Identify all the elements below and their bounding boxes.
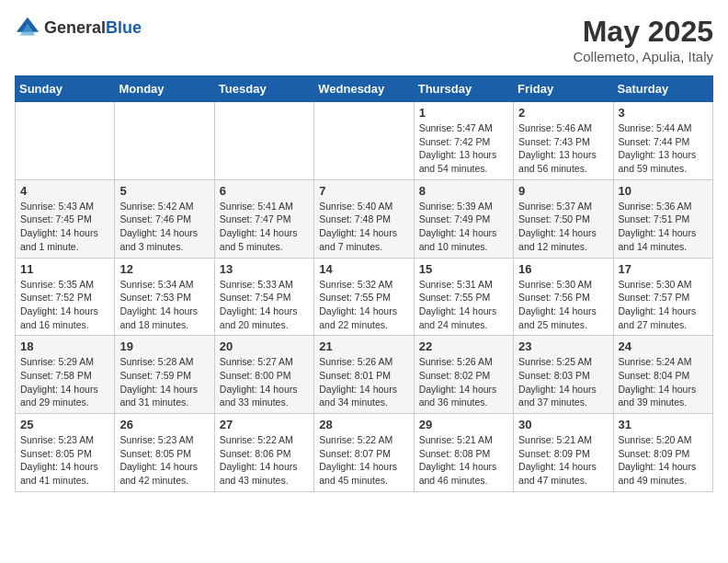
calendar-cell: 15Sunrise: 5:31 AM Sunset: 7:55 PM Dayli… [414, 258, 513, 336]
day-info: Sunrise: 5:31 AM Sunset: 7:55 PM Dayligh… [419, 278, 508, 332]
day-info: Sunrise: 5:21 AM Sunset: 8:09 PM Dayligh… [518, 433, 608, 488]
calendar-cell: 21Sunrise: 5:26 AM Sunset: 8:01 PM Dayli… [314, 336, 414, 414]
calendar-cell: 8Sunrise: 5:39 AM Sunset: 7:49 PM Daylig… [414, 179, 513, 258]
weekday-header-saturday: Saturday [613, 76, 712, 102]
calendar-cell [314, 102, 414, 180]
calendar-cell: 2Sunrise: 5:46 AM Sunset: 7:43 PM Daylig… [514, 102, 613, 180]
day-number: 17 [619, 262, 708, 276]
calendar-table: SundayMondayTuesdayWednesdayThursdayFrid… [15, 75, 713, 492]
day-number: 8 [419, 184, 508, 198]
day-info: Sunrise: 5:26 AM Sunset: 8:02 PM Dayligh… [419, 355, 508, 409]
logo: GeneralBlue [15, 15, 142, 40]
day-info: Sunrise: 5:37 AM Sunset: 7:50 PM Dayligh… [518, 200, 608, 254]
calendar-cell [16, 102, 115, 180]
calendar-week-4: 18Sunrise: 5:29 AM Sunset: 7:58 PM Dayli… [16, 336, 713, 414]
day-info: Sunrise: 5:46 AM Sunset: 7:43 PM Dayligh… [518, 121, 608, 176]
calendar-cell: 5Sunrise: 5:42 AM Sunset: 7:46 PM Daylig… [115, 179, 214, 258]
weekday-header-sunday: Sunday [16, 76, 115, 102]
calendar-cell: 1Sunrise: 5:47 AM Sunset: 7:42 PM Daylig… [414, 102, 513, 180]
day-info: Sunrise: 5:41 AM Sunset: 7:47 PM Dayligh… [220, 200, 309, 254]
logo-text-general: General [44, 18, 106, 37]
day-number: 26 [119, 418, 209, 431]
calendar-cell: 22Sunrise: 5:26 AM Sunset: 8:02 PM Dayli… [414, 336, 513, 414]
day-info: Sunrise: 5:21 AM Sunset: 8:08 PM Dayligh… [419, 433, 508, 488]
calendar-week-2: 4Sunrise: 5:43 AM Sunset: 7:45 PM Daylig… [16, 179, 713, 258]
day-number: 24 [619, 339, 708, 353]
weekday-header-monday: Monday [115, 76, 214, 102]
day-number: 3 [619, 106, 708, 120]
day-info: Sunrise: 5:42 AM Sunset: 7:46 PM Dayligh… [119, 200, 209, 254]
calendar-week-5: 25Sunrise: 5:23 AM Sunset: 8:05 PM Dayli… [16, 414, 713, 492]
title-block: May 2025 Collemeto, Apulia, Italy [573, 15, 713, 64]
day-info: Sunrise: 5:43 AM Sunset: 7:45 PM Dayligh… [20, 200, 109, 254]
day-number: 13 [220, 262, 309, 276]
weekday-header-thursday: Thursday [414, 76, 513, 102]
day-number: 25 [20, 418, 109, 431]
day-info: Sunrise: 5:36 AM Sunset: 7:51 PM Dayligh… [619, 200, 708, 254]
day-info: Sunrise: 5:20 AM Sunset: 8:09 PM Dayligh… [619, 433, 708, 488]
day-info: Sunrise: 5:23 AM Sunset: 8:05 PM Dayligh… [20, 433, 109, 488]
day-number: 28 [319, 418, 408, 431]
calendar-cell: 12Sunrise: 5:34 AM Sunset: 7:53 PM Dayli… [115, 258, 214, 336]
calendar-cell: 13Sunrise: 5:33 AM Sunset: 7:54 PM Dayli… [214, 258, 313, 336]
calendar-cell: 29Sunrise: 5:21 AM Sunset: 8:08 PM Dayli… [414, 414, 513, 492]
day-number: 6 [220, 184, 309, 198]
calendar-cell: 7Sunrise: 5:40 AM Sunset: 7:48 PM Daylig… [314, 179, 414, 258]
weekday-header-friday: Friday [514, 76, 613, 102]
calendar-cell: 17Sunrise: 5:30 AM Sunset: 7:57 PM Dayli… [613, 258, 712, 336]
day-number: 22 [419, 339, 508, 353]
day-number: 15 [419, 262, 508, 276]
day-info: Sunrise: 5:30 AM Sunset: 7:57 PM Dayligh… [619, 278, 708, 332]
day-number: 23 [518, 339, 608, 353]
day-number: 20 [220, 339, 309, 353]
day-number: 11 [20, 262, 109, 276]
logo-icon [15, 15, 40, 40]
calendar-cell: 3Sunrise: 5:44 AM Sunset: 7:44 PM Daylig… [613, 102, 712, 180]
day-info: Sunrise: 5:22 AM Sunset: 8:07 PM Dayligh… [319, 433, 408, 488]
calendar-week-3: 11Sunrise: 5:35 AM Sunset: 7:52 PM Dayli… [16, 258, 713, 336]
day-info: Sunrise: 5:29 AM Sunset: 7:58 PM Dayligh… [20, 355, 109, 409]
calendar-title: May 2025 [573, 15, 713, 49]
calendar-cell: 16Sunrise: 5:30 AM Sunset: 7:56 PM Dayli… [514, 258, 613, 336]
calendar-cell: 24Sunrise: 5:24 AM Sunset: 8:04 PM Dayli… [613, 336, 712, 414]
day-number: 1 [419, 106, 508, 120]
day-number: 16 [518, 262, 608, 276]
calendar-cell [115, 102, 214, 180]
calendar-cell: 28Sunrise: 5:22 AM Sunset: 8:07 PM Dayli… [314, 414, 414, 492]
calendar-cell: 26Sunrise: 5:23 AM Sunset: 8:05 PM Dayli… [115, 414, 214, 492]
day-info: Sunrise: 5:35 AM Sunset: 7:52 PM Dayligh… [20, 278, 109, 332]
calendar-cell [214, 102, 313, 180]
weekday-header-wednesday: Wednesday [314, 76, 414, 102]
calendar-cell: 6Sunrise: 5:41 AM Sunset: 7:47 PM Daylig… [214, 179, 313, 258]
day-info: Sunrise: 5:39 AM Sunset: 7:49 PM Dayligh… [419, 200, 508, 254]
calendar-cell: 23Sunrise: 5:25 AM Sunset: 8:03 PM Dayli… [514, 336, 613, 414]
day-number: 27 [220, 418, 309, 431]
weekday-header-tuesday: Tuesday [214, 76, 313, 102]
day-number: 30 [518, 418, 608, 431]
day-number: 29 [419, 418, 508, 431]
day-number: 19 [119, 339, 209, 353]
calendar-cell: 18Sunrise: 5:29 AM Sunset: 7:58 PM Dayli… [16, 336, 115, 414]
logo-text-blue: Blue [106, 18, 142, 37]
day-info: Sunrise: 5:33 AM Sunset: 7:54 PM Dayligh… [220, 278, 309, 332]
day-info: Sunrise: 5:32 AM Sunset: 7:55 PM Dayligh… [319, 278, 408, 332]
calendar-location: Collemeto, Apulia, Italy [573, 49, 713, 64]
calendar-cell: 11Sunrise: 5:35 AM Sunset: 7:52 PM Dayli… [16, 258, 115, 336]
calendar-header-row: SundayMondayTuesdayWednesdayThursdayFrid… [16, 76, 713, 102]
day-info: Sunrise: 5:23 AM Sunset: 8:05 PM Dayligh… [119, 433, 209, 488]
day-number: 10 [619, 184, 708, 198]
day-info: Sunrise: 5:28 AM Sunset: 7:59 PM Dayligh… [119, 355, 209, 409]
day-number: 21 [319, 339, 408, 353]
day-number: 5 [119, 184, 209, 198]
calendar-cell: 25Sunrise: 5:23 AM Sunset: 8:05 PM Dayli… [16, 414, 115, 492]
calendar-cell: 31Sunrise: 5:20 AM Sunset: 8:09 PM Dayli… [613, 414, 712, 492]
day-info: Sunrise: 5:24 AM Sunset: 8:04 PM Dayligh… [619, 355, 708, 409]
calendar-cell: 30Sunrise: 5:21 AM Sunset: 8:09 PM Dayli… [514, 414, 613, 492]
calendar-cell: 27Sunrise: 5:22 AM Sunset: 8:06 PM Dayli… [214, 414, 313, 492]
day-number: 18 [20, 339, 109, 353]
calendar-cell: 14Sunrise: 5:32 AM Sunset: 7:55 PM Dayli… [314, 258, 414, 336]
day-info: Sunrise: 5:22 AM Sunset: 8:06 PM Dayligh… [220, 433, 309, 488]
calendar-cell: 9Sunrise: 5:37 AM Sunset: 7:50 PM Daylig… [514, 179, 613, 258]
day-number: 14 [319, 262, 408, 276]
day-info: Sunrise: 5:47 AM Sunset: 7:42 PM Dayligh… [419, 121, 508, 176]
